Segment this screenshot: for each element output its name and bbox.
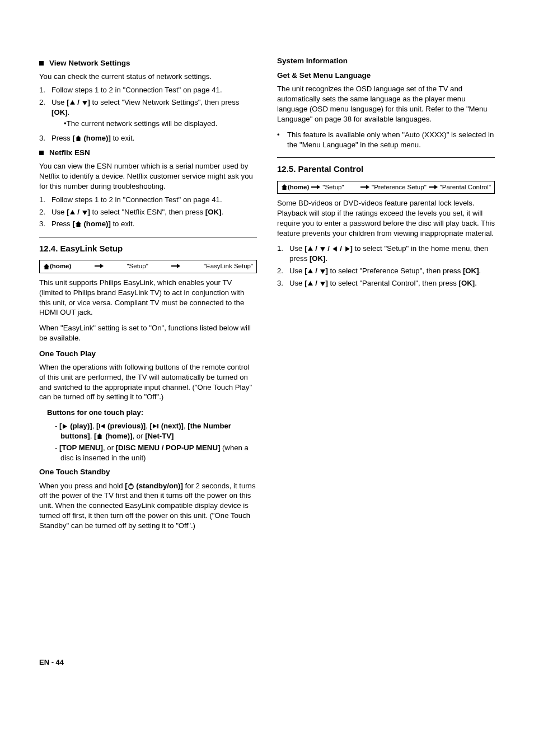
bullet-square-icon [39, 151, 44, 155]
down-triangle-icon [82, 209, 88, 216]
otp-body: When the operations with following butto… [39, 362, 257, 402]
arrow-right-icon [171, 263, 180, 269]
list-item: - [ (play)], [ (previous)], [ (next)], [… [55, 421, 257, 441]
home-icon [75, 221, 82, 227]
step-text: Press [ (home)] to exit. [51, 133, 257, 143]
ots-body: When you press and hold [ (standby/on)] … [39, 481, 257, 531]
bullet-feature-note: • This feature is available only when "A… [277, 130, 495, 150]
up-triangle-icon [307, 246, 313, 252]
step-text: Use [ / ] to select "Parental Control", … [289, 278, 495, 288]
step-text: Use [ / / / ] to select "Setup" in the h… [289, 244, 495, 264]
nav-target: "EasyLink Setup" [204, 262, 253, 271]
netflix-steps: 1.Follow steps 1 to 2 in "Connection Tes… [39, 195, 257, 229]
nav-pref: "Preference Setup" [372, 183, 427, 192]
view-network-intro: You can check the current status of netw… [39, 72, 257, 82]
divider [277, 157, 495, 158]
divider [39, 237, 257, 237]
heading-one-touch-standby: One Touch Standby [39, 467, 257, 477]
svg-rect-1 [130, 483, 132, 486]
view-network-steps: 1.Follow steps 1 to 2 in "Connection Tes… [39, 85, 257, 143]
section-parental: 12.5. Parental Control [277, 164, 495, 175]
step-text: Press [ (home)] to exit. [51, 219, 257, 229]
heading-view-network: View Network Settings [39, 58, 257, 68]
sub-bullet: The current network settings will be dis… [64, 119, 257, 129]
nav-home-label: (home) [288, 183, 309, 192]
arrow-right-icon [95, 263, 104, 269]
up-triangle-icon [69, 209, 76, 216]
down-triangle-icon [320, 246, 326, 252]
arrow-right-icon [311, 184, 320, 190]
right-triangle-icon [344, 246, 350, 252]
nav-path-parental: (home) "Setup" "Preference Setup" "Paren… [277, 181, 495, 194]
bullet-text: This feature is available only when "Aut… [287, 130, 495, 150]
list-item: - [TOP MENU], or [DISC MENU / POP-UP MEN… [55, 443, 257, 463]
up-triangle-icon [307, 281, 313, 287]
heading-text: View Network Settings [49, 58, 130, 68]
buttons-list: - [ (play)], [ (previous)], [ (next)], [… [47, 421, 257, 463]
home-icon [43, 263, 50, 270]
step-text: Use [ / ] to select "Netflix ESN", then … [51, 207, 257, 217]
heading-one-touch-play: One Touch Play [39, 349, 257, 359]
home-icon [281, 184, 288, 190]
previous-icon [99, 423, 105, 430]
easylink-p2: When "EasyLink" setting is set to "On", … [39, 323, 257, 343]
home-icon [75, 135, 82, 142]
page-footer: EN - 44 [39, 657, 495, 668]
getset-body: The unit recognizes the OSD language set… [277, 84, 495, 124]
step-text: Use [ / ] to select "View Network Settin… [51, 97, 257, 131]
easylink-p1: This unit supports Philips EasyLink, whi… [39, 278, 257, 318]
up-triangle-icon [307, 268, 313, 274]
parental-body: Some BD-videos or DVD-videos feature par… [277, 198, 495, 238]
nav-target: "Parental Control" [440, 183, 491, 192]
bullet-square-icon [39, 61, 44, 66]
down-triangle-icon [320, 268, 326, 274]
section-easylink: 12.4. EasyLink Setup [39, 243, 257, 254]
next-icon [152, 423, 159, 430]
heading-netflix-esn: Netflix ESN [39, 148, 257, 158]
up-triangle-icon [69, 100, 76, 106]
parental-steps: 1.Use [ / / / ] to select "Setup" in the… [277, 244, 495, 288]
down-triangle-icon [320, 281, 326, 287]
buttons-heading: Buttons for one touch play: [47, 408, 257, 418]
step-text: Follow steps 1 to 2 in "Connection Test"… [51, 85, 257, 95]
arrow-right-icon [429, 184, 438, 190]
nav-home-label: (home) [50, 262, 71, 271]
power-icon [128, 483, 134, 489]
left-triangle-icon [332, 246, 338, 252]
arrow-right-icon [360, 184, 369, 190]
heading-text: Netflix ESN [49, 148, 90, 158]
step-text: Use [ / ] to select "Preference Setup", … [289, 266, 495, 276]
netflix-intro: You can view the ESN number which is a s… [39, 161, 257, 191]
heading-system-info: System Information [277, 56, 495, 66]
nav-setup: "Setup" [322, 183, 358, 192]
nav-path-easylink: (home) "Setup" "EasyLink Setup" [39, 260, 257, 273]
step-text: Follow steps 1 to 2 in "Connection Test"… [51, 195, 257, 205]
nav-setup: "Setup" [127, 262, 148, 271]
play-icon [62, 423, 68, 430]
home-icon [96, 433, 103, 440]
heading-getset-lang: Get & Set Menu Language [277, 71, 495, 81]
down-triangle-icon [82, 100, 88, 106]
